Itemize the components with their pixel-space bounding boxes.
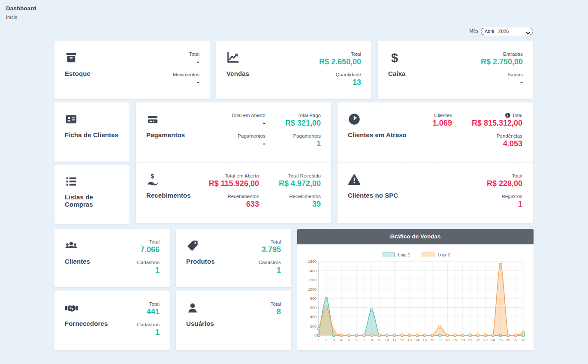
card-label: Clientes em Atraso [348, 131, 407, 138]
svg-text:2: 2 [325, 338, 327, 342]
svg-text:200: 200 [310, 324, 317, 328]
card-label: Pagamentos [146, 131, 185, 138]
address-card-icon [65, 113, 118, 126]
card-label: Recebimentos [146, 192, 191, 199]
metric-label: Total [189, 51, 199, 57]
svg-text:1000: 1000 [308, 287, 317, 292]
metric-value: - [263, 139, 265, 148]
metric-value: 7.066 [140, 245, 160, 254]
svg-text:28: 28 [521, 338, 525, 342]
svg-text:1: 1 [317, 338, 320, 342]
dollar-sign-icon: $ [388, 51, 406, 64]
page-title: Dashboard [6, 5, 36, 12]
legend-item-loja1[interactable]: Loja 1 [382, 252, 410, 257]
svg-text:12: 12 [400, 338, 404, 342]
listas-de-compras-card[interactable]: Listas de Compras [54, 165, 130, 224]
chart-title: Gráfico de Vendas [297, 229, 534, 244]
svg-text:400: 400 [310, 315, 317, 319]
metric-label: Total [351, 51, 361, 57]
card-label: Ficha de Clientes [65, 131, 118, 138]
metric-value: 633 [246, 200, 259, 209]
metric-value: - [263, 119, 265, 128]
svg-text:25: 25 [498, 338, 503, 342]
metric-label: Total em Aberto [231, 113, 265, 118]
svg-text:6: 6 [356, 338, 358, 342]
card-label: Fornecedores [65, 320, 108, 327]
archive-box-icon [65, 51, 90, 64]
month-select[interactable]: Abril - 2025 [481, 28, 533, 35]
breadcrumb[interactable]: Início [6, 15, 36, 20]
svg-text:20: 20 [461, 338, 465, 342]
metric-label: Clientes [434, 113, 452, 118]
clientes-no-spc-section: Clientes no SPC TotalR$ 228,00 Registros… [338, 163, 533, 223]
metric-label: Pagamentos [238, 133, 265, 138]
svg-text:1200: 1200 [308, 278, 317, 282]
ficha-de-clientes-card[interactable]: Ficha de Clientes [54, 102, 130, 162]
estoque-card: Estoque Total- Movimentos- [54, 41, 210, 99]
loja2-swatch [422, 253, 434, 257]
svg-text:14: 14 [415, 338, 419, 342]
svg-text:18: 18 [445, 338, 449, 342]
credit-card-icon [146, 113, 185, 126]
clientes-em-atraso-section: Clientes em Atraso Clientes1.069 Total [338, 102, 533, 163]
svg-text:22: 22 [476, 338, 480, 342]
metric-value: R$ 2.750,00 [481, 57, 523, 66]
metric-label: Total [271, 239, 281, 244]
metric-value: - [520, 78, 523, 87]
svg-text:19: 19 [453, 338, 457, 342]
svg-text:7: 7 [363, 338, 365, 342]
pagamentos-recebimentos-card: Pagamentos Total em Aberto- Pagamentos- … [136, 102, 331, 223]
metric-label: Total [505, 113, 522, 118]
usuarios-card: Usuários Total8 [176, 291, 291, 350]
svg-text:9: 9 [378, 338, 380, 342]
page-header: Dashboard Início [6, 5, 36, 20]
users-icon [65, 239, 90, 252]
svg-text:1400: 1400 [308, 269, 317, 273]
metric-value: 39 [312, 200, 321, 209]
metric-value: R$ 228,00 [487, 179, 522, 188]
metric-value: R$ 115.926,00 [209, 179, 259, 188]
metric-value: 3.795 [262, 245, 281, 254]
clientes-atraso-spc-card: Clientes em Atraso Clientes1.069 Total [338, 102, 533, 223]
svg-text:16: 16 [430, 338, 434, 342]
sales-area-chart: 1234567891011121314151617181920212223242… [302, 258, 528, 346]
card-label: Listas de Compras [65, 193, 119, 208]
metric-label: Cadastros [137, 260, 160, 265]
svg-text:21: 21 [468, 338, 472, 342]
vendas-card: Vendas TotalR$ 2.650,00 Quantidade13 [216, 41, 371, 99]
svg-text:$: $ [391, 51, 398, 64]
pagamentos-section: Pagamentos Total em Aberto- Pagamentos- … [136, 102, 331, 163]
legend-item-loja2[interactable]: Loja 2 [422, 252, 450, 257]
svg-text:26: 26 [506, 338, 510, 342]
metric-label: Total [271, 301, 281, 307]
recebimentos-section: $ Recebimentos Total em AbertoR$ 115.926… [136, 163, 331, 223]
card-label: Produtos [186, 258, 215, 265]
metric-value: 441 [147, 307, 160, 316]
svg-text:5: 5 [348, 338, 350, 342]
metric-label: Pagamentos [293, 133, 321, 138]
card-label: Vendas [226, 70, 249, 77]
svg-text:13: 13 [407, 338, 412, 342]
produtos-card: Produtos Total3.795 Cadastros1 [176, 229, 291, 287]
metric-value: 1.069 [433, 119, 452, 128]
metric-label: Recebimentos [289, 194, 321, 199]
card-label: Clientes no SPC [348, 192, 398, 199]
card-label: Caixa [388, 70, 406, 77]
grafico-de-vendas-card: Gráfico de Vendas Loja 1 Loja 2 12345678… [297, 229, 534, 350]
clock-icon [348, 113, 407, 126]
month-filter-label: Mês [469, 28, 478, 33]
metric-label: Cadastros [137, 322, 160, 327]
hand-holding-dollar-icon: $ [146, 173, 191, 186]
svg-text:0: 0 [314, 333, 317, 337]
metric-label: Cadastros [259, 260, 281, 265]
svg-text:4: 4 [340, 338, 342, 342]
metric-value: 4.053 [503, 139, 522, 148]
metric-value: 1 [317, 139, 321, 148]
info-icon[interactable] [505, 113, 510, 118]
month-filter: Mês Abril - 2025 [54, 27, 533, 35]
caixa-card: $ Caixa EntradasR$ 2.750,00 Saídas- [378, 41, 533, 99]
metric-value: 13 [353, 78, 361, 87]
metric-value: 1 [277, 266, 281, 275]
svg-text:23: 23 [483, 338, 488, 342]
metric-value: 1 [155, 328, 160, 337]
